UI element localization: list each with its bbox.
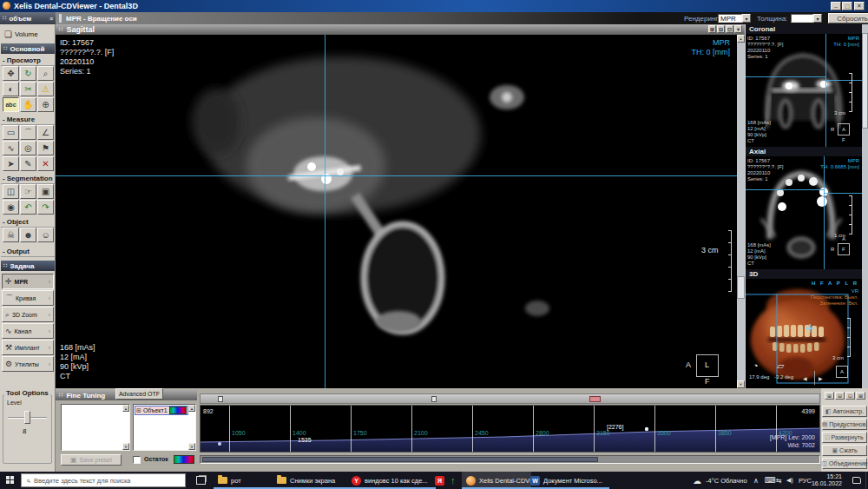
crosshair-tool-icon[interactable]: ⊕ xyxy=(37,97,54,112)
axial-canvas[interactable]: ID: 17567 ??????^?.?. [F] 20220110 Serie… xyxy=(746,156,862,269)
advanced-otf-tab[interactable]: Advanced OTF xyxy=(115,388,163,400)
sagittal-header[interactable]: ∷ Sagittal ⊞ ⊟ ⊡ ▾ xyxy=(56,24,745,35)
grab-tool-icon[interactable]: ✋ xyxy=(20,97,36,112)
mini-layout-1-button[interactable]: ⊞ xyxy=(825,392,834,400)
redo-icon[interactable]: ↷ xyxy=(37,200,54,215)
task-utilities[interactable]: ⚙ Утилиты › xyxy=(2,356,54,372)
scroll-down-icon[interactable]: ▼ xyxy=(188,443,195,450)
axial-crosshair-vertical[interactable] xyxy=(824,156,825,269)
task-panel-header[interactable]: ∷ Задача xyxy=(1,261,55,271)
network-tray-icon[interactable]: ⇆ xyxy=(776,477,782,485)
zoom-tool-icon[interactable]: ⌕ xyxy=(37,66,54,81)
cut-tool-icon[interactable]: ✂ xyxy=(20,82,36,96)
otf-object-swatch[interactable] xyxy=(169,406,187,414)
otf-empty-list[interactable]: ▲ ▼ xyxy=(61,404,130,451)
sagittal-crosshair-vertical[interactable] xyxy=(325,35,326,388)
tray-chevron-icon[interactable]: ∧ xyxy=(753,477,759,485)
histogram-canvas[interactable]: 1050 1400 1750 2100 2450 2800 3150 3500 … xyxy=(200,405,820,453)
layout-2-button[interactable]: ⊟ xyxy=(717,25,725,33)
thickness-select-arrow-icon[interactable]: ▾ xyxy=(813,14,822,23)
histogram-handle-mid[interactable] xyxy=(431,396,437,402)
reset-button[interactable]: Сбросить xyxy=(828,13,868,23)
expand-icon[interactable]: ⊞ xyxy=(136,407,141,414)
histogram-ruler[interactable] xyxy=(200,393,820,404)
expand-button[interactable]: □ Развернуть xyxy=(822,432,867,443)
clock-date[interactable]: 16.01.2022 xyxy=(809,480,842,486)
rotation-dial-icon[interactable]: ◔ xyxy=(753,360,759,371)
task-view-button[interactable] xyxy=(191,472,210,489)
compress-button[interactable]: ▣ Сжать xyxy=(822,445,867,456)
section-segmentation[interactable]: - Segmentation xyxy=(1,174,55,184)
taskbar-app-yandex-search[interactable]: Y виндовс 10 как сде... xyxy=(347,472,436,489)
tilt-slider-icon[interactable]: ▱ xyxy=(777,360,784,372)
right-column-scroll-thumb[interactable] xyxy=(862,33,868,129)
render-select-arrow-icon[interactable]: ▾ xyxy=(742,14,751,23)
residual-swatch[interactable] xyxy=(174,455,194,464)
clock-time[interactable]: 15:21 xyxy=(816,473,842,479)
scroll-up-icon[interactable]: ▲ xyxy=(737,35,745,43)
coronal-canvas[interactable]: ID: 17567 ??????^?.?. [F] 20220110 Serie… xyxy=(746,34,862,147)
rotate-left-icon[interactable]: ◀ xyxy=(803,376,807,382)
otf-object-row[interactable]: ⊞ Объект1 xyxy=(135,406,188,415)
right-column-scrollbar[interactable] xyxy=(862,24,868,388)
axial-crosshair-horizontal[interactable] xyxy=(746,189,824,190)
rotate-tool-icon[interactable]: ↻ xyxy=(20,66,36,81)
maximize-button[interactable]: □ xyxy=(842,2,852,10)
task-mpr[interactable]: ✛ MPR › xyxy=(2,274,54,289)
volume-tool[interactable]: ❏ Volume xyxy=(2,27,52,41)
coronal-header[interactable]: Coronal xyxy=(746,24,862,34)
scroll-up-icon[interactable]: ▲ xyxy=(188,405,195,412)
coronal-crosshair-horizontal-right[interactable] xyxy=(825,80,862,81)
taskbar-app-xelis[interactable]: Xelis Dental-CDVie... xyxy=(462,472,531,489)
keyboard-tray-icon[interactable]: ⌨ xyxy=(765,476,776,485)
section-output[interactable]: - Output xyxy=(1,247,55,257)
histogram-handle-low[interactable] xyxy=(218,396,223,402)
rotate-right-icon[interactable]: ▶ xyxy=(819,376,823,382)
layout-3-button[interactable]: ⊡ xyxy=(726,25,733,33)
pan-tool-icon[interactable]: ✥ xyxy=(3,66,19,81)
delete-tool-icon[interactable]: ✕ xyxy=(37,156,54,171)
residual-checkbox[interactable] xyxy=(133,456,141,464)
undo-icon[interactable]: ↶ xyxy=(20,200,36,215)
auto-adjust-button[interactable]: ◧ Автонастр. xyxy=(822,406,867,417)
section-object[interactable]: - Object xyxy=(1,217,55,228)
sagittal-canvas[interactable]: ID: 17567 ??????^?.?. [F] 20220110 Serie… xyxy=(56,35,737,388)
minimize-button[interactable]: – xyxy=(831,2,841,10)
warning-tool-icon[interactable]: ⚠ xyxy=(37,82,54,96)
save-preset-button[interactable]: ▣ Save preset xyxy=(61,454,122,466)
head-object-icon[interactable]: ☻ xyxy=(20,228,36,242)
thickness-select[interactable] xyxy=(791,14,813,23)
start-button[interactable] xyxy=(0,472,21,489)
taskbar-app-word[interactable]: W Документ Microso... xyxy=(526,472,609,489)
merge-button[interactable]: ◫ Объединение xyxy=(822,458,867,469)
task-curve[interactable]: ⌒ Кривая › xyxy=(2,290,54,306)
skull-object-icon[interactable]: ☠ xyxy=(3,228,19,242)
mini-layout-3-button[interactable]: ⊡ xyxy=(845,392,855,400)
task-canal[interactable]: ∿ Канал › xyxy=(2,323,54,339)
taskbar-search[interactable]: ⌕ Введите здесь текст для поиска xyxy=(21,473,186,487)
section-measure[interactable]: - Measure xyxy=(1,115,55,125)
otf-object-list[interactable]: ⊞ Объект1 ▲ ▼ xyxy=(133,404,196,451)
cloud-weather-icon[interactable]: ☁ xyxy=(693,476,701,486)
annotation-tool-icon[interactable]: abc xyxy=(3,97,19,112)
coronal-crosshair-vertical[interactable] xyxy=(825,34,826,147)
sagittal-scrollbar[interactable]: ▲ ▼ xyxy=(737,35,745,388)
notification-center-icon[interactable] xyxy=(852,477,861,484)
task-implant[interactable]: ⚒ Имплант › xyxy=(2,340,54,355)
sagittal-scroll-thumb[interactable] xyxy=(737,276,745,299)
window-level-tool-icon[interactable]: ◐ xyxy=(3,82,19,96)
layout-menu-button[interactable]: ▾ xyxy=(734,25,742,33)
volume-panel-header[interactable]: ∷ объем ≡ xyxy=(0,12,56,24)
coronal-crosshair-horizontal[interactable] xyxy=(746,76,825,77)
angle-tool-icon[interactable]: ∠ xyxy=(37,125,54,140)
scroll-down-icon[interactable]: ▼ xyxy=(122,443,129,450)
level-slider-thumb[interactable] xyxy=(24,411,30,424)
segment-select-tool-icon[interactable]: ☞ xyxy=(20,184,36,199)
segment-layers-tool-icon[interactable]: ▣ xyxy=(37,184,54,199)
main-group-header[interactable]: ∷ Основной xyxy=(1,43,55,54)
flag-tool-icon[interactable]: ⚑ xyxy=(37,141,54,155)
curve-measure-tool-icon[interactable]: ⌒ xyxy=(20,125,36,140)
histogram-handle-current[interactable] xyxy=(589,396,601,402)
section-view[interactable]: - Просмотр xyxy=(1,56,55,66)
segment-region-tool-icon[interactable]: ◉ xyxy=(3,200,19,215)
